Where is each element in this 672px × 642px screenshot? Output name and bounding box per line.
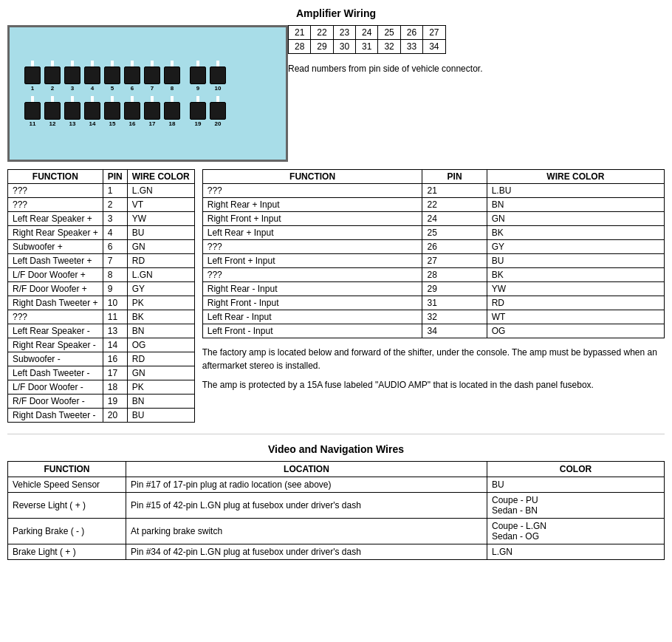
right-cell-pin: 32 (422, 310, 487, 324)
left-cell-pin: 1 (103, 184, 127, 198)
left-cell-function: R/F Door Woofer + (8, 282, 103, 296)
nav-header-location: LOCATION (126, 462, 487, 477)
left-table-row: Right Rear Speaker +4BU (8, 226, 195, 240)
nav-table-row: Parking Brake ( - )At parking brake swit… (8, 519, 665, 544)
left-cell-function: ??? (8, 184, 103, 198)
pin-27: 27 (423, 26, 445, 40)
right-cell-color: YW (487, 282, 664, 296)
left-cell-function: Right Dash Tweeter + (8, 296, 103, 310)
left-table-row: Left Rear Speaker +3YW (8, 212, 195, 226)
right-cell-function: Left Front - Input (202, 324, 422, 338)
left-cell-pin: 16 (103, 352, 127, 366)
pin-32: 32 (378, 40, 400, 54)
left-table-row: R/F Door Woofer -19BN (8, 395, 195, 409)
right-cell-function: ??? (202, 240, 422, 254)
left-cell-color: OG (127, 338, 194, 352)
nav-cell-location: Pin #34 of 42-pin L.GN plug at fusebox u… (126, 544, 487, 560)
left-table-row: R/F Door Woofer +9GY (8, 282, 195, 296)
left-wiring-table-container: FUNCTION PIN WIRE COLOR ???1L.GN???2VTLe… (7, 169, 195, 423)
pin-31: 31 (356, 40, 378, 54)
pin-number-grid: 21 22 23 24 25 26 27 28 29 30 31 32 33 3… (288, 25, 446, 54)
right-cell-function: Left Rear - Input (202, 310, 422, 324)
nav-cell-location: At parking brake switch (126, 519, 487, 544)
right-table-row: Left Front - Input34OG (202, 324, 664, 338)
left-table-row: ???11BK (8, 310, 195, 324)
left-cell-color: PK (127, 296, 194, 310)
right-cell-function: Right Rear + Input (202, 198, 422, 212)
left-header-pin: PIN (103, 170, 127, 184)
wiring-tables-section: FUNCTION PIN WIRE COLOR ???1L.GN???2VTLe… (7, 169, 665, 423)
right-cell-pin: 21 (422, 184, 487, 198)
pin-22: 22 (311, 26, 333, 40)
left-cell-color: L.GN (127, 184, 194, 198)
left-cell-function: Left Rear Speaker + (8, 212, 103, 226)
right-wiring-table: FUNCTION PIN WIRE COLOR ???21L.BURight R… (202, 169, 665, 338)
left-cell-pin: 7 (103, 254, 127, 268)
left-cell-function: L/F Door Woofer + (8, 268, 103, 282)
nav-header-function: FUNCTION (8, 462, 126, 477)
left-cell-function: Subwoofer + (8, 240, 103, 254)
left-cell-function: R/F Door Woofer - (8, 395, 103, 409)
left-table-row: Left Dash Tweeter +7RD (8, 254, 195, 268)
left-table-row: Right Rear Speaker -14OG (8, 338, 195, 352)
right-cell-color: BK (487, 268, 664, 282)
left-cell-color: GN (127, 366, 194, 380)
left-cell-function: ??? (8, 198, 103, 212)
left-cell-color: BN (127, 324, 194, 338)
right-cell-function: ??? (202, 268, 422, 282)
left-table-row: Left Dash Tweeter -17GN (8, 366, 195, 380)
right-header-pin: PIN (422, 170, 487, 184)
nav-cell-color: L.GN (487, 544, 664, 560)
right-cell-pin: 29 (422, 282, 487, 296)
left-cell-pin: 10 (103, 296, 127, 310)
pin-33: 33 (400, 40, 422, 54)
nav-header-color: COLOR (487, 462, 664, 477)
left-cell-color: L.GN (127, 268, 194, 282)
right-header-function: FUNCTION (202, 170, 422, 184)
section-divider (7, 434, 665, 434)
right-table-row: Left Front + Input27BU (202, 254, 664, 268)
pin-34: 34 (423, 40, 445, 54)
left-cell-pin: 9 (103, 282, 127, 296)
left-cell-pin: 20 (103, 409, 127, 423)
left-cell-color: RD (127, 254, 194, 268)
page-title: Amplifier Wiring (7, 7, 665, 19)
right-table-row: Left Rear + Input25BK (202, 226, 664, 240)
left-cell-color: PK (127, 380, 194, 395)
left-cell-pin: 14 (103, 338, 127, 352)
left-cell-function: Right Rear Speaker - (8, 338, 103, 352)
nav-cell-function: Vehicle Speed Sensor (8, 477, 126, 493)
left-header-color: WIRE COLOR (127, 170, 194, 184)
right-cell-color: RD (487, 296, 664, 310)
left-cell-function: Left Dash Tweeter - (8, 366, 103, 380)
left-cell-pin: 13 (103, 324, 127, 338)
right-cell-pin: 31 (422, 296, 487, 310)
amp-fuse-info: The amp is protected by a 15A fuse label… (202, 378, 665, 392)
nav-cell-function: Parking Brake ( - ) (8, 519, 126, 544)
nav-cell-color: BU (487, 477, 664, 493)
nav-table-row: Vehicle Speed SensorPin #17 of 17-pin pl… (8, 477, 665, 493)
right-cell-function: Right Front - Input (202, 296, 422, 310)
right-table-row: ???21L.BU (202, 184, 664, 198)
right-cell-function: Left Rear + Input (202, 226, 422, 240)
left-table-row: Subwoofer -16RD (8, 352, 195, 366)
left-cell-pin: 19 (103, 395, 127, 409)
right-table-row: Right Rear + Input22BN (202, 198, 664, 212)
pin-25: 25 (378, 26, 400, 40)
right-cell-pin: 28 (422, 268, 487, 282)
right-cell-color: GN (487, 212, 664, 226)
nav-cell-location: Pin #15 of 42-pin L.GN plug at fusebox u… (126, 493, 487, 519)
right-cell-function: Right Front + Input (202, 212, 422, 226)
left-cell-pin: 11 (103, 310, 127, 324)
amp-location-info: The factory amp is located below and for… (202, 346, 665, 372)
right-cell-color: GY (487, 240, 664, 254)
right-cell-pin: 27 (422, 254, 487, 268)
nav-section-title: Video and Navigation Wires (7, 443, 665, 455)
nav-table: FUNCTION LOCATION COLOR Vehicle Speed Se… (7, 461, 665, 560)
pin-21: 21 (289, 26, 311, 40)
right-cell-color: WT (487, 310, 664, 324)
right-table-row: Right Rear - Input29YW (202, 282, 664, 296)
left-cell-color: RD (127, 352, 194, 366)
right-cell-function: Left Front + Input (202, 254, 422, 268)
left-table-row: Right Dash Tweeter +10PK (8, 296, 195, 310)
